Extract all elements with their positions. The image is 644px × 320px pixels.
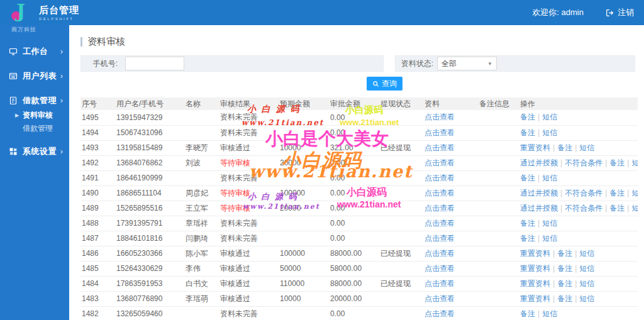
action-link-重置资料[interactable]: 重置资料 (520, 143, 550, 152)
action-separator: | (538, 128, 540, 137)
table-row: 149415067431096资料未完善0.00点击查看备注|短信 (80, 125, 638, 140)
cell-actions: 备注|短信 (519, 306, 638, 320)
action-link-短信[interactable]: 短信 (542, 128, 557, 137)
cell-actions: 备注|短信 (519, 125, 638, 140)
cell-name: 章瑶祥 (184, 216, 219, 231)
view-data-link[interactable]: 点击查看 (425, 128, 455, 137)
action-link-备注[interactable]: 备注 (609, 189, 625, 197)
logout-button[interactable]: 注销 (605, 7, 634, 18)
status-select[interactable]: 全部 ▼ (437, 57, 497, 70)
view-data-link[interactable]: 点击查看 (425, 143, 455, 152)
cell-id: 1482 (80, 306, 115, 320)
cell-approved-amount: 88000.00 (329, 276, 379, 291)
cell-name: 李晓芳 (184, 140, 219, 155)
action-separator: | (575, 264, 577, 273)
view-data-link[interactable]: 点击查看 (425, 234, 455, 243)
cell-withdraw-status (379, 110, 423, 125)
action-link-备注[interactable]: 备注 (520, 174, 535, 182)
action-link-通过并授额[interactable]: 通过并授额 (520, 204, 558, 212)
table-row: 148915265895516王立军等待审核200000.00点击查看通过并授额… (80, 201, 638, 216)
action-link-短信[interactable]: 短信 (579, 143, 594, 152)
chevron-down-icon: ▼ (487, 61, 492, 67)
action-link-短信[interactable]: 短信 (542, 234, 557, 243)
action-link-不符合条件[interactable]: 不符合条件 (565, 204, 602, 212)
sidebar-item-系统设置[interactable]: 系统设置› (0, 143, 69, 160)
view-data-link[interactable]: 点击查看 (425, 174, 455, 182)
view-data-link[interactable]: 点击查看 (425, 189, 455, 197)
query-button[interactable]: 查询 (367, 77, 402, 91)
sidebar-subitem-label: 资料审核 (23, 111, 53, 119)
cell-view-data: 点击查看 (423, 125, 478, 140)
sidebar-subitem-资料审核[interactable]: ▶资料审核 (0, 109, 69, 122)
view-data-link[interactable]: 点击查看 (425, 204, 455, 212)
action-link-备注[interactable]: 备注 (557, 264, 572, 273)
action-link-备注[interactable]: 备注 (609, 204, 625, 212)
view-data-link[interactable]: 点击查看 (425, 264, 455, 273)
action-link-备注[interactable]: 备注 (557, 143, 572, 152)
cell-name (184, 110, 219, 125)
view-data-link[interactable]: 点击查看 (425, 279, 455, 288)
action-link-备注[interactable]: 备注 (557, 279, 572, 288)
cell-phone: 18686511104 (115, 185, 184, 201)
action-link-备注[interactable]: 备注 (520, 113, 535, 121)
action-link-备注[interactable]: 备注 (520, 234, 535, 243)
action-link-重置资料[interactable]: 重置资料 (520, 264, 550, 273)
table-row: 148817391395791章瑶祥资料未完善0.00点击查看备注|短信 (80, 216, 638, 231)
cell-phone: 13684076862 (115, 155, 184, 170)
action-link-重置资料[interactable]: 重置资料 (520, 279, 550, 288)
action-link-重置资料[interactable]: 重置资料 (520, 249, 550, 258)
action-link-备注[interactable]: 备注 (609, 158, 625, 167)
action-link-备注[interactable]: 备注 (520, 128, 535, 137)
cell-expected-amount: 100000 (279, 246, 329, 261)
action-link-通过并授额[interactable]: 通过并授额 (520, 189, 558, 197)
action-link-短信[interactable]: 短信 (542, 309, 557, 318)
action-link-短信[interactable]: 短信 (631, 204, 638, 212)
sidebar-item-借款管理[interactable]: 借款管理› (0, 92, 69, 109)
topbar: J 后台管理 DELPSHIFT 欢迎你: admin 注销 (0, 0, 644, 25)
view-data-link[interactable]: 点击查看 (425, 249, 455, 258)
action-link-短信[interactable]: 短信 (579, 279, 594, 288)
sidebar-subitem-借款管理[interactable]: 借款管理 (0, 122, 69, 135)
action-link-不符合条件[interactable]: 不符合条件 (565, 189, 602, 197)
action-link-短信[interactable]: 短信 (631, 189, 638, 197)
phone-input[interactable] (125, 57, 184, 70)
action-link-短信[interactable]: 短信 (579, 294, 594, 303)
column-header: 资料 (423, 97, 478, 110)
view-data-link[interactable]: 点击查看 (425, 309, 455, 318)
table-body: 149513915947329资料未完善0.00点击查看备注|短信1494150… (80, 110, 638, 320)
phone-form-block: 手机号: (80, 55, 384, 72)
action-link-通过并授额[interactable]: 通过并授额 (520, 158, 558, 167)
view-data-link[interactable]: 点击查看 (425, 158, 455, 167)
action-link-短信[interactable]: 短信 (542, 219, 557, 228)
sidebar-item-工作台[interactable]: 工作台› (0, 43, 69, 60)
column-header: 备注信息 (478, 97, 519, 110)
action-link-重置资料[interactable]: 重置资料 (520, 294, 550, 303)
column-header: 用户名/手机号 (115, 97, 184, 110)
action-link-短信[interactable]: 短信 (542, 174, 557, 182)
action-link-不符合条件[interactable]: 不符合条件 (565, 158, 602, 167)
logout-label: 注销 (618, 7, 634, 18)
action-link-备注[interactable]: 备注 (520, 219, 535, 228)
action-link-备注[interactable]: 备注 (520, 309, 535, 318)
view-data-link[interactable]: 点击查看 (425, 219, 455, 228)
action-link-备注[interactable]: 备注 (557, 294, 572, 303)
cell-id: 1491 (80, 170, 115, 185)
action-link-短信[interactable]: 短信 (631, 158, 638, 167)
action-link-备注[interactable]: 备注 (557, 249, 572, 258)
cell-view-data: 点击查看 (423, 231, 478, 246)
cell-expected-amount (279, 306, 329, 320)
action-separator: | (538, 234, 540, 243)
action-separator: | (553, 264, 555, 273)
action-link-短信[interactable]: 短信 (579, 249, 594, 258)
action-link-短信[interactable]: 短信 (579, 264, 594, 273)
view-data-link[interactable]: 点击查看 (425, 113, 455, 121)
cell-phone: 15067431096 (115, 125, 184, 140)
cell-result: 等待审核 (219, 155, 279, 170)
action-link-短信[interactable]: 短信 (542, 113, 557, 121)
cell-remark-info (478, 185, 519, 201)
app-title: 后台管理 (39, 4, 79, 16)
view-data-link[interactable]: 点击查看 (425, 294, 455, 303)
cell-id: 1485 (80, 261, 115, 276)
welcome-text: 欢迎你: admin (532, 7, 584, 18)
sidebar-item-用户列表[interactable]: 用户列表› (0, 67, 69, 84)
